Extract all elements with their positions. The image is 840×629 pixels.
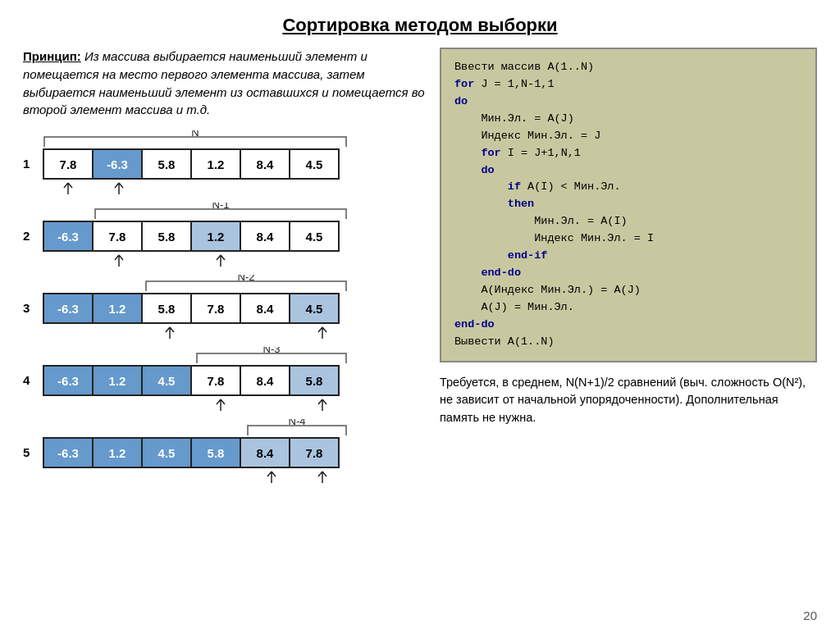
array-row-5: 5N-4-6.31.24.55.88.47.8 [23, 419, 425, 483]
cell-r4-c2: 4.5 [141, 437, 192, 468]
cell-r0-c1: -6.3 [92, 148, 143, 180]
row-number-2: 2 [23, 229, 38, 243]
code-line: end-do [454, 317, 802, 334]
cell-r0-c5: 4.5 [289, 148, 340, 180]
cell-r0-c0: 7.8 [43, 148, 94, 180]
page-title: Сортировка методом выборки [23, 15, 817, 36]
row-number-3: 3 [23, 301, 38, 315]
row-number-5: 5 [23, 445, 38, 459]
row-number-4: 4 [23, 373, 38, 387]
code-line: do [454, 93, 802, 111]
code-line: Мин.Эл. = A(J) [454, 111, 802, 128]
code-line: Ввести массив A(1..N) [454, 59, 802, 76]
cell-r2-c1: 1.2 [92, 293, 143, 324]
row-number-1: 1 [23, 157, 38, 171]
cell-r0-c3: 1.2 [190, 148, 241, 180]
cell-r3-c5: 5.8 [289, 365, 340, 396]
code-line: Индекс Мин.Эл. = J [454, 128, 802, 145]
array-row-4: 4N-3-6.31.24.57.88.45.8 [23, 347, 425, 411]
svg-text:N-2: N-2 [238, 275, 255, 283]
cell-r0-c2: 5.8 [141, 148, 192, 180]
code-line: Вывести A(1..N) [454, 334, 802, 351]
code-line: for J = 1,N-1,1 [454, 76, 802, 93]
code-line: A(J) = Мин.Эл. [454, 299, 802, 317]
cell-r3-c4: 8.4 [240, 365, 290, 396]
cell-r1-c0: -6.3 [43, 221, 94, 252]
cell-r0-c4: 8.4 [240, 148, 290, 180]
cell-r1-c1: 7.8 [92, 221, 143, 252]
cell-r1-c2: 5.8 [141, 221, 192, 252]
array-row-3: 3N-2-6.31.25.87.88.44.5 [23, 275, 425, 339]
left-side: Принцип: Из массива выбирается наименьши… [23, 48, 425, 614]
svg-text:N-4: N-4 [289, 419, 306, 427]
cell-r2-c3: 7.8 [190, 293, 241, 324]
principle-body: Из массива выбирается наименьший элемент… [23, 49, 425, 116]
cell-r2-c5: 4.5 [289, 293, 340, 324]
array-row-1: 1N7.8-6.35.81.28.44.5 [23, 130, 425, 194]
cell-r3-c2: 4.5 [141, 365, 192, 396]
svg-text:N-1: N-1 [212, 203, 230, 211]
cell-r1-c3: 1.2 [190, 221, 241, 252]
code-box: Ввести массив A(1..N)for J = 1,N-1,1do М… [440, 48, 817, 362]
cell-r1-c5: 4.5 [289, 221, 340, 252]
cell-r4-c4: 8.4 [240, 437, 290, 468]
cell-r3-c3: 7.8 [190, 365, 241, 396]
code-line: A(Индекс Мин.Эл.) = A(J) [454, 282, 802, 299]
cell-r4-c3: 5.8 [190, 437, 241, 468]
code-line: for I = J+1,N,1 [454, 145, 802, 162]
array-row-2: 2N-1-6.37.85.81.28.44.5 [23, 203, 425, 267]
bottom-text: Требуется, в среднем, N(N+1)/2 сравнений… [440, 374, 817, 427]
cell-r4-c1: 1.2 [92, 437, 143, 468]
right-side: Ввести массив A(1..N)for J = 1,N-1,1do М… [440, 48, 817, 614]
code-line: do [454, 162, 802, 180]
cell-r2-c2: 5.8 [141, 293, 192, 324]
code-line: end-do [454, 265, 802, 282]
code-line: Мин.Эл. = A(I) [454, 213, 802, 230]
main-content: Принцип: Из массива выбирается наименьши… [23, 48, 817, 614]
cell-r2-c0: -6.3 [43, 293, 94, 324]
page-number: 20 [803, 608, 817, 622]
code-line: Индекс Мин.Эл. = I [454, 230, 802, 248]
cell-r4-c0: -6.3 [43, 437, 94, 468]
code-line: if A(I) < Мин.Эл. [454, 179, 802, 196]
svg-text:N-3: N-3 [263, 347, 281, 355]
cell-r3-c0: -6.3 [43, 365, 94, 396]
principle-text: Принцип: Из массива выбирается наименьши… [23, 48, 425, 119]
cell-r1-c4: 8.4 [240, 221, 290, 252]
svg-text:N: N [191, 130, 199, 139]
cell-r4-c5: 7.8 [289, 437, 340, 468]
arrays-section: 1N7.8-6.35.81.28.44.52N-1-6.37.85.81.28.… [23, 130, 425, 485]
cell-r3-c1: 1.2 [92, 365, 143, 396]
page: Сортировка методом выборки Принцип: Из м… [0, 0, 840, 629]
code-line: then [454, 196, 802, 213]
cell-r2-c4: 8.4 [240, 293, 290, 324]
code-line: end-if [454, 248, 802, 265]
principle-label: Принцип: [23, 49, 81, 63]
